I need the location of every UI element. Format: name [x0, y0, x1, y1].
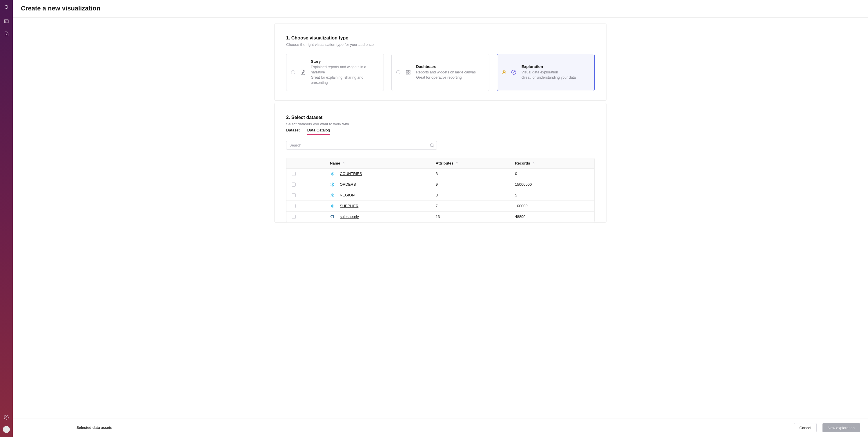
viz-option-line1: Visual data exploration	[522, 70, 589, 75]
cell-records: 48890	[515, 214, 594, 219]
grid-icon	[404, 68, 412, 76]
table-row[interactable]: COUNTRIES 3 0	[286, 169, 594, 179]
document-icon	[299, 68, 307, 76]
settings-icon[interactable]	[4, 415, 9, 421]
viz-option-title: Exploration	[522, 64, 589, 69]
search-input[interactable]	[286, 141, 437, 150]
svg-rect-6	[409, 73, 410, 74]
cell-records: 0	[515, 172, 594, 176]
svg-point-9	[430, 144, 433, 147]
table-row[interactable]: saleshourly 13 48890	[286, 211, 594, 222]
col-attributes[interactable]: Attributes	[436, 161, 454, 166]
cell-attributes: 3	[436, 172, 515, 176]
col-records[interactable]: Records	[515, 161, 530, 166]
radio-dashboard[interactable]	[396, 70, 400, 74]
sidebar	[0, 0, 13, 437]
cell-records: 15000000	[515, 182, 594, 186]
step-1-card: 1. Choose visualization type Choose the …	[274, 24, 607, 101]
viz-option-line2: Great for operative reporting	[416, 75, 483, 80]
radio-exploration[interactable]	[502, 70, 506, 74]
avatar[interactable]	[3, 426, 10, 433]
footer: Selected data assets Cancel New explorat…	[13, 418, 868, 437]
page-header: Create a new visualization	[13, 0, 868, 18]
viz-option-title: Story	[311, 59, 378, 63]
table-row[interactable]: SUPPLIER 7 100000	[286, 201, 594, 211]
dataset-link[interactable]: ORDERS	[340, 182, 356, 186]
viz-option-story[interactable]: Story Explained reports and widgets in a…	[286, 54, 384, 91]
viz-option-title: Dashboard	[416, 64, 483, 69]
sort-icon[interactable]	[456, 162, 459, 165]
snowflake-icon	[330, 204, 335, 208]
svg-point-7	[512, 70, 516, 75]
step2-title: 2. Select dataset	[286, 115, 595, 120]
svg-marker-8	[513, 71, 515, 73]
row-checkbox[interactable]	[292, 172, 296, 176]
viz-option-exploration[interactable]: Exploration Visual data exploration Grea…	[497, 54, 595, 91]
cell-records: 5	[515, 193, 594, 197]
table-row[interactable]: REGION 3 5	[286, 190, 594, 201]
step1-subtitle: Choose the right visualisation type for …	[286, 42, 595, 47]
dataset-link[interactable]: SUPPLIER	[340, 204, 358, 208]
viz-option-line2: Great for understanding your data	[522, 75, 589, 80]
selected-assets-label: Selected data assets	[76, 426, 112, 430]
viz-option-line1: Reports and widgets on large canvas	[416, 70, 483, 75]
dataset-link[interactable]: REGION	[340, 193, 354, 197]
viz-option-dashboard[interactable]: Dashboard Reports and widgets on large c…	[392, 54, 489, 91]
search-icon[interactable]	[429, 143, 435, 148]
viz-option-line2: Great for explaining, sharing and presen…	[311, 75, 378, 85]
svg-rect-4	[409, 70, 410, 72]
col-name[interactable]: Name	[330, 161, 340, 166]
cell-records: 100000	[515, 204, 594, 208]
snowflake-icon	[330, 172, 335, 176]
cancel-button[interactable]: Cancel	[794, 423, 816, 432]
new-exploration-button[interactable]: New exploration	[823, 423, 860, 432]
viz-option-line1: Explained reports and widgets in a narra…	[311, 64, 378, 75]
sort-icon[interactable]	[532, 162, 535, 165]
snowflake-icon	[330, 182, 335, 187]
row-checkbox[interactable]	[292, 204, 296, 208]
row-checkbox[interactable]	[292, 182, 296, 186]
dataset-link[interactable]: COUNTRIES	[340, 172, 362, 176]
nav-document-icon[interactable]	[3, 31, 9, 36]
cell-attributes: 7	[436, 204, 515, 208]
step-2-card: 2. Select dataset Select datasets you wa…	[274, 103, 607, 223]
dataset-table: Name Attributes Records	[286, 158, 595, 222]
tab-data-catalog[interactable]: Data Catalog	[307, 128, 330, 135]
compass-icon	[510, 68, 518, 76]
svg-rect-5	[406, 73, 408, 74]
postgres-icon	[330, 214, 335, 219]
radio-story[interactable]	[291, 70, 295, 74]
svg-point-0	[5, 5, 8, 9]
sort-icon[interactable]	[342, 162, 346, 165]
snowflake-icon	[330, 193, 335, 198]
page-title: Create a new visualization	[21, 5, 860, 12]
step2-subtitle: Select datasets you want to work with	[286, 122, 595, 126]
row-checkbox[interactable]	[292, 215, 296, 219]
cell-attributes: 3	[436, 193, 515, 197]
dataset-link[interactable]: saleshourly	[340, 214, 359, 219]
cell-attributes: 13	[436, 214, 515, 219]
table-row[interactable]: ORDERS 9 15000000	[286, 179, 594, 190]
cell-attributes: 9	[436, 182, 515, 186]
svg-rect-1	[4, 20, 8, 23]
nav-reports-icon[interactable]	[3, 19, 9, 24]
step1-title: 1. Choose visualization type	[286, 35, 595, 40]
app-logo	[3, 4, 9, 10]
svg-point-2	[6, 417, 7, 418]
row-checkbox[interactable]	[292, 193, 296, 197]
svg-rect-3	[406, 70, 408, 72]
tab-dataset[interactable]: Dataset	[286, 128, 300, 135]
